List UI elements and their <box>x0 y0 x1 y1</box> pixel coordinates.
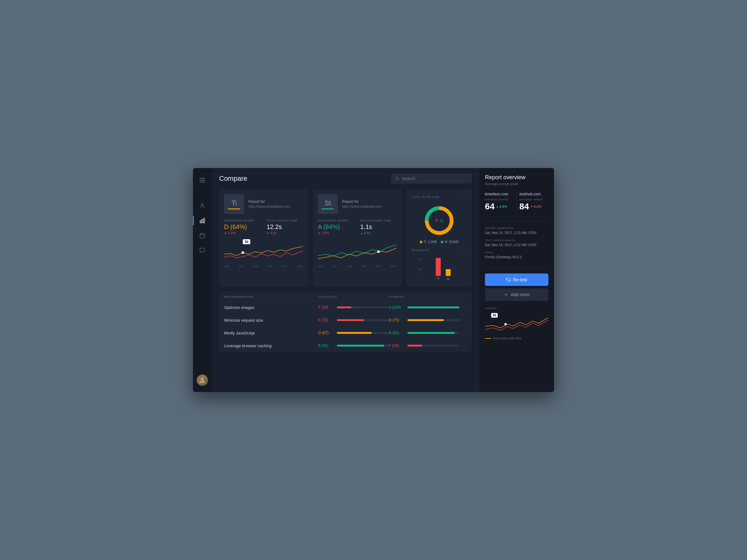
pagespeed-label-2: PAGESPEED SCORE <box>318 219 354 222</box>
report-info-1: Report for http://www.ticketless.com <box>248 199 290 209</box>
ti-bar-bg-2 <box>337 319 389 321</box>
st-bar-fill-4 <box>407 345 422 347</box>
hamburger-menu-icon[interactable] <box>197 174 208 187</box>
add-more-button[interactable]: Add more <box>485 288 548 301</box>
report-header-1: Ti Report for http://www.ticketless.com <box>224 194 303 214</box>
rec-st-score-1: A (100) <box>389 305 459 310</box>
add-more-icon <box>504 292 508 297</box>
panel-sep-2 <box>485 268 548 268</box>
panel-title: Report overview <box>485 174 548 181</box>
logo-bar-1 <box>228 209 240 209</box>
bar-group-st: St <box>446 269 451 280</box>
reports-row: Ti Report for http://www.ticketless.com … <box>219 189 472 287</box>
row-menu-4[interactable]: ··· <box>463 343 467 348</box>
search-box <box>391 174 472 184</box>
row-menu-2[interactable]: ··· <box>463 318 467 323</box>
rec-st-score-3: B (91) <box>389 331 459 335</box>
metrics-row-1: PAGESPEED SCORE D (64%) 4.0% FULLY LOADE… <box>224 219 303 235</box>
retest-button[interactable]: Re-test <box>485 273 548 286</box>
rec-table-header: RECOMMENDATION TICKETLESS STUBHUB <box>224 292 467 301</box>
st-grade-3: B (91) <box>389 331 405 335</box>
test-server-value: Sat, Mar 18, 2017, 2:22 AM -0700 <box>485 243 548 247</box>
st-bar-bg-2 <box>407 319 459 321</box>
page-title: Compare <box>219 175 385 183</box>
page-size-menu[interactable]: ··· <box>461 194 467 200</box>
loaded-arrow-1 <box>267 231 269 235</box>
rec-st-score-2: D (70) <box>389 318 459 322</box>
top-bar: Compare <box>212 168 479 189</box>
ti-bar-fill-4 <box>337 345 384 347</box>
svg-point-10 <box>241 251 244 254</box>
donut-legend: Ti: 1.5MB St: 915KB <box>420 240 458 244</box>
requests-section: REQUESTS ··· 300 100 0 <box>411 247 467 282</box>
pagespeed-arrow-2 <box>318 231 320 235</box>
rec-name-1: Optimize images <box>224 305 318 310</box>
svg-point-8 <box>201 377 204 380</box>
loaded-value-2: 1.1s <box>360 223 397 231</box>
rec-name-2: Minimize request size <box>224 318 318 323</box>
report-card-stubhub: St Report for http://www.stubhub.com PAG… <box>313 189 402 287</box>
avatar[interactable] <box>197 375 208 386</box>
col-stubhub: STUBHUB <box>389 295 459 298</box>
site1-grade-value: 64 ▲ 4.4% <box>485 202 514 212</box>
donut-chart: Ti St <box>422 204 456 238</box>
sidebar-item-chart[interactable] <box>196 214 209 227</box>
rec-row-4: Leverage browser caching B (91) F (28) <box>224 340 467 352</box>
site2-grade-label: AVERAGE GRADE <box>519 198 549 201</box>
chart-labels-1: JUN JUL AUG SEP OCT NOV <box>224 265 303 268</box>
requests-title: REQUESTS <box>411 248 429 252</box>
svg-rect-4 <box>200 220 201 223</box>
logo-text-1: Ti <box>231 199 237 207</box>
panel-sep-1 <box>485 221 548 222</box>
report-url-1: http://www.ticketless.com <box>248 205 290 209</box>
bar-chart: 300 100 0 Ti <box>411 257 467 282</box>
ti-grade-1: F (28) <box>318 305 334 310</box>
logo-bar-2 <box>321 209 334 209</box>
sidebar-item-user[interactable] <box>196 199 209 212</box>
rec-actions-3: ··· <box>459 330 467 336</box>
st-grade-2: D (70) <box>389 318 405 322</box>
history-label: HISTORY <box>485 307 548 310</box>
rec-actions-1: ··· <box>459 305 467 310</box>
report-logo-1: Ti <box>224 194 244 214</box>
pagespeed-metric-1: PAGESPEED SCORE D (64%) 4.0% <box>224 219 260 235</box>
ti-bar-fill-1 <box>337 306 352 308</box>
report-generated-section: REPORT GENERATED Sat, Mar 18, 2017, 2:22… <box>485 227 548 235</box>
rec-st-score-4: F (28) <box>389 344 459 348</box>
rec-ti-score-4: B (91) <box>318 344 389 348</box>
st-bar-bg-1 <box>407 306 459 308</box>
row-menu-3[interactable]: ··· <box>463 330 467 336</box>
row-menu-1[interactable]: ··· <box>463 305 467 310</box>
report-header-2: St Report for http://www.stubhub.com <box>318 194 396 214</box>
pagespeed-arrow-1 <box>224 231 227 235</box>
bar-st <box>446 269 451 276</box>
using-label: USING <box>485 251 548 254</box>
svg-rect-6 <box>204 218 205 223</box>
chart-tooltip-1: 56 <box>243 239 250 244</box>
bar-label-st: St <box>447 277 449 280</box>
requests-menu[interactable]: ··· <box>461 247 467 253</box>
retest-icon <box>506 277 511 282</box>
history-tooltip: 56 <box>491 313 498 318</box>
report-logo-2: St <box>318 194 338 214</box>
report-info-2: Report for http://www.stubhub.com <box>342 199 382 209</box>
test-server-section: TEST SERVER REGION Sat, Mar 18, 2017, 2:… <box>485 239 548 247</box>
col-ticketless: TICKETLESS <box>318 295 389 298</box>
sidebar-item-message[interactable] <box>196 244 209 257</box>
sidebar-item-calendar[interactable] <box>196 229 209 242</box>
add-more-label: Add more <box>511 292 530 297</box>
legend-st-value: St: 915KB <box>444 240 459 244</box>
donut-ti-label: Ti <box>435 219 438 222</box>
loaded-change-2: 0.5s <box>360 231 397 235</box>
pagespeed-change-2: 1.0% <box>318 231 354 235</box>
legend-dot-st <box>441 241 443 243</box>
search-input[interactable] <box>402 176 467 181</box>
pagespeed-change-1: 4.0% <box>224 231 260 235</box>
requests-header: REQUESTS ··· <box>411 247 467 253</box>
svg-point-9 <box>396 177 399 180</box>
ti-bar-fill-2 <box>337 319 364 321</box>
y-label-100: 100 <box>418 268 422 271</box>
rec-name-4: Leverage browser caching <box>224 344 318 348</box>
site2-grade-change: ▼ 0.2% <box>531 205 542 209</box>
legend-ti: Ti: 1.5MB <box>420 240 437 244</box>
